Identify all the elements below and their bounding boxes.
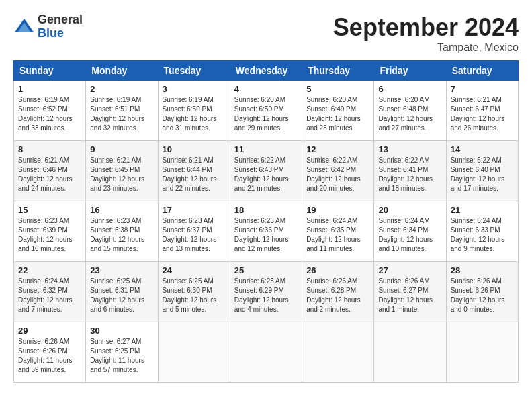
day-number: 16 — [90, 205, 153, 215]
day-number: 23 — [90, 265, 153, 275]
logo: General Blue — [13, 13, 83, 40]
empty-cell — [230, 322, 302, 383]
day-cell-4: 4Sunrise: 6:20 AMSunset: 6:50 PMDaylight… — [230, 81, 302, 141]
day-info: Sunrise: 6:21 AMSunset: 6:47 PMDaylight:… — [451, 95, 514, 133]
day-info: Sunrise: 6:20 AMSunset: 6:49 PMDaylight:… — [306, 95, 369, 133]
day-cell-13: 13Sunrise: 6:22 AMSunset: 6:41 PMDayligh… — [374, 141, 446, 201]
day-number: 15 — [18, 205, 81, 215]
day-info: Sunrise: 6:24 AMSunset: 6:35 PMDaylight:… — [306, 216, 369, 254]
day-cell-28: 28Sunrise: 6:26 AMSunset: 6:26 PMDayligh… — [446, 262, 518, 322]
location: Tampate, Mexico — [333, 42, 519, 54]
day-number: 10 — [163, 144, 226, 154]
day-info: Sunrise: 6:26 AMSunset: 6:26 PMDaylight:… — [18, 337, 81, 375]
day-info: Sunrise: 6:25 AMSunset: 6:30 PMDaylight:… — [163, 277, 226, 314]
day-number: 6 — [378, 84, 441, 94]
day-cell-20: 20Sunrise: 6:24 AMSunset: 6:34 PMDayligh… — [374, 201, 446, 262]
day-number: 22 — [18, 265, 81, 275]
day-info: Sunrise: 6:24 AMSunset: 6:34 PMDaylight:… — [378, 216, 441, 254]
weekday-header-monday: Monday — [86, 61, 158, 81]
day-cell-23: 23Sunrise: 6:25 AMSunset: 6:31 PMDayligh… — [86, 262, 158, 322]
day-cell-3: 3Sunrise: 6:19 AMSunset: 6:50 PMDaylight… — [158, 81, 230, 141]
day-number: 7 — [451, 84, 514, 94]
day-number: 17 — [163, 205, 226, 215]
day-info: Sunrise: 6:21 AMSunset: 6:45 PMDaylight:… — [90, 156, 153, 193]
day-number: 26 — [306, 265, 369, 275]
logo-line1: General — [38, 13, 83, 27]
day-info: Sunrise: 6:23 AMSunset: 6:39 PMDaylight:… — [18, 216, 81, 254]
empty-cell — [446, 322, 518, 383]
day-number: 2 — [90, 84, 153, 94]
empty-cell — [158, 322, 230, 383]
day-cell-21: 21Sunrise: 6:24 AMSunset: 6:33 PMDayligh… — [446, 201, 518, 262]
day-number: 28 — [451, 265, 514, 275]
day-cell-10: 10Sunrise: 6:21 AMSunset: 6:44 PMDayligh… — [158, 141, 230, 201]
day-info: Sunrise: 6:23 AMSunset: 6:36 PMDaylight:… — [234, 216, 298, 254]
day-cell-17: 17Sunrise: 6:23 AMSunset: 6:37 PMDayligh… — [158, 201, 230, 262]
day-number: 11 — [234, 144, 298, 154]
empty-cell — [302, 322, 374, 383]
title-block: September 2024 Tampate, Mexico — [333, 13, 519, 54]
day-cell-5: 5Sunrise: 6:20 AMSunset: 6:49 PMDaylight… — [302, 81, 374, 141]
week-row-3: 15Sunrise: 6:23 AMSunset: 6:39 PMDayligh… — [14, 201, 519, 262]
weekday-header-tuesday: Tuesday — [158, 61, 230, 81]
week-row-2: 8Sunrise: 6:21 AMSunset: 6:46 PMDaylight… — [14, 141, 519, 201]
day-cell-22: 22Sunrise: 6:24 AMSunset: 6:32 PMDayligh… — [14, 262, 86, 322]
weekday-header-saturday: Saturday — [446, 61, 518, 81]
week-row-4: 22Sunrise: 6:24 AMSunset: 6:32 PMDayligh… — [14, 262, 519, 322]
day-cell-6: 6Sunrise: 6:20 AMSunset: 6:48 PMDaylight… — [374, 81, 446, 141]
day-cell-8: 8Sunrise: 6:21 AMSunset: 6:46 PMDaylight… — [14, 141, 86, 201]
day-number: 30 — [90, 326, 153, 336]
day-cell-12: 12Sunrise: 6:22 AMSunset: 6:42 PMDayligh… — [302, 141, 374, 201]
day-info: Sunrise: 6:21 AMSunset: 6:46 PMDaylight:… — [18, 156, 81, 193]
logo-text: General Blue — [38, 13, 83, 40]
day-info: Sunrise: 6:24 AMSunset: 6:33 PMDaylight:… — [451, 216, 514, 254]
day-number: 4 — [234, 84, 298, 94]
day-number: 21 — [451, 205, 514, 215]
day-info: Sunrise: 6:22 AMSunset: 6:42 PMDaylight:… — [306, 156, 369, 193]
day-info: Sunrise: 6:26 AMSunset: 6:26 PMDaylight:… — [451, 277, 514, 314]
day-info: Sunrise: 6:21 AMSunset: 6:44 PMDaylight:… — [163, 156, 226, 193]
month-title: September 2024 — [333, 13, 519, 42]
day-number: 20 — [378, 205, 441, 215]
day-number: 5 — [306, 84, 369, 94]
day-cell-11: 11Sunrise: 6:22 AMSunset: 6:43 PMDayligh… — [230, 141, 302, 201]
day-info: Sunrise: 6:19 AMSunset: 6:50 PMDaylight:… — [163, 95, 226, 133]
day-number: 9 — [90, 144, 153, 154]
day-info: Sunrise: 6:19 AMSunset: 6:52 PMDaylight:… — [18, 95, 81, 133]
day-info: Sunrise: 6:22 AMSunset: 6:40 PMDaylight:… — [451, 156, 514, 193]
weekday-header-wednesday: Wednesday — [230, 61, 302, 81]
week-row-1: 1Sunrise: 6:19 AMSunset: 6:52 PMDaylight… — [14, 81, 519, 141]
day-number: 27 — [378, 265, 441, 275]
day-cell-29: 29Sunrise: 6:26 AMSunset: 6:26 PMDayligh… — [14, 322, 86, 383]
day-cell-2: 2Sunrise: 6:19 AMSunset: 6:51 PMDaylight… — [86, 81, 158, 141]
day-info: Sunrise: 6:20 AMSunset: 6:50 PMDaylight:… — [234, 95, 298, 133]
day-info: Sunrise: 6:24 AMSunset: 6:32 PMDaylight:… — [18, 277, 81, 314]
day-number: 13 — [378, 144, 441, 154]
page-header: General Blue September 2024 Tampate, Mex… — [13, 13, 519, 54]
day-info: Sunrise: 6:22 AMSunset: 6:41 PMDaylight:… — [378, 156, 441, 193]
day-cell-27: 27Sunrise: 6:26 AMSunset: 6:27 PMDayligh… — [374, 262, 446, 322]
weekday-header-thursday: Thursday — [302, 61, 374, 81]
day-cell-16: 16Sunrise: 6:23 AMSunset: 6:38 PMDayligh… — [86, 201, 158, 262]
logo-line2: Blue — [38, 27, 83, 40]
day-number: 8 — [18, 144, 81, 154]
day-cell-25: 25Sunrise: 6:25 AMSunset: 6:29 PMDayligh… — [230, 262, 302, 322]
day-info: Sunrise: 6:23 AMSunset: 6:38 PMDaylight:… — [90, 216, 153, 254]
day-number: 29 — [18, 326, 81, 336]
day-cell-18: 18Sunrise: 6:23 AMSunset: 6:36 PMDayligh… — [230, 201, 302, 262]
day-cell-7: 7Sunrise: 6:21 AMSunset: 6:47 PMDaylight… — [446, 81, 518, 141]
day-number: 25 — [234, 265, 298, 275]
day-cell-9: 9Sunrise: 6:21 AMSunset: 6:45 PMDaylight… — [86, 141, 158, 201]
day-number: 19 — [306, 205, 369, 215]
day-cell-30: 30Sunrise: 6:27 AMSunset: 6:25 PMDayligh… — [86, 322, 158, 383]
weekday-header-friday: Friday — [374, 61, 446, 81]
day-info: Sunrise: 6:22 AMSunset: 6:43 PMDaylight:… — [234, 156, 298, 193]
day-number: 1 — [18, 84, 81, 94]
day-info: Sunrise: 6:23 AMSunset: 6:37 PMDaylight:… — [163, 216, 226, 254]
day-info: Sunrise: 6:26 AMSunset: 6:28 PMDaylight:… — [306, 277, 369, 314]
logo-icon — [13, 16, 35, 38]
day-number: 3 — [163, 84, 226, 94]
weekday-header-sunday: Sunday — [14, 61, 86, 81]
day-cell-19: 19Sunrise: 6:24 AMSunset: 6:35 PMDayligh… — [302, 201, 374, 262]
day-info: Sunrise: 6:19 AMSunset: 6:51 PMDaylight:… — [90, 95, 153, 133]
